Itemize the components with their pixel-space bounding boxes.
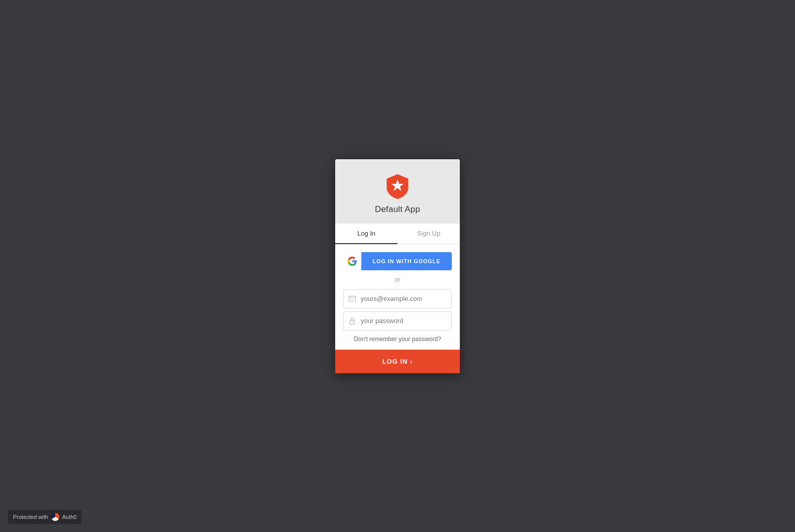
password-input-group [343,311,452,331]
tab-signup[interactable]: Sign Up [398,224,460,244]
email-input-group [343,289,452,308]
login-button[interactable]: LOG IN › [335,350,460,373]
auth0-brand: Auth0 [62,514,77,520]
protected-badge: Protected with Auth0 [8,510,81,524]
email-icon [344,290,361,308]
lock-icon [344,312,361,330]
login-card: Default App Log In Sign Up LOG IN WITH G… [335,159,460,373]
tab-bar: Log In Sign Up [335,224,460,244]
card-body: LOG IN WITH GOOGLE or Don't re [335,244,460,343]
tab-login[interactable]: Log In [335,224,398,244]
google-button-label: LOG IN WITH GOOGLE [361,252,452,270]
svg-point-3 [352,322,353,323]
card-header: Default App [335,159,460,224]
auth0-icon [51,513,59,521]
protected-text: Protected with [13,514,48,520]
google-icon-box [343,252,361,270]
google-login-button[interactable]: LOG IN WITH GOOGLE [343,252,452,270]
password-input[interactable] [361,312,451,330]
google-icon [347,256,357,266]
divider: or [343,276,452,283]
app-logo [384,173,411,199]
app-title: Default App [375,204,420,215]
email-input[interactable] [361,290,451,308]
forgot-password-link[interactable]: Don't remember your password? [343,336,452,343]
